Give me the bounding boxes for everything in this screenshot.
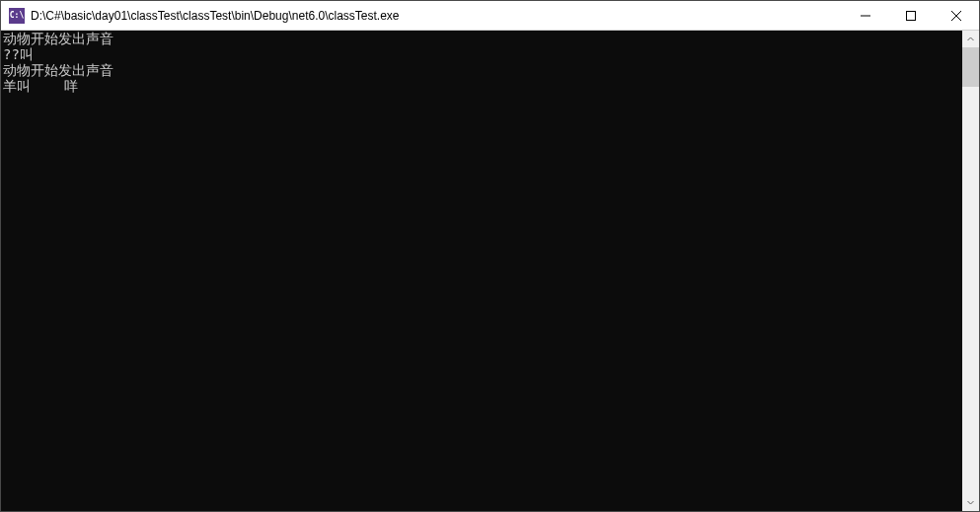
scroll-up-button[interactable]	[962, 31, 979, 47]
maximize-icon	[906, 11, 916, 21]
console-line: 羊叫 咩	[3, 78, 960, 94]
scroll-track[interactable]	[962, 47, 979, 494]
minimize-button[interactable]	[843, 1, 888, 30]
console-output[interactable]: 动物开始发出声音??叫动物开始发出声音羊叫 咩	[1, 31, 962, 511]
vertical-scrollbar[interactable]	[962, 31, 979, 511]
minimize-icon	[861, 11, 870, 21]
chevron-down-icon	[967, 499, 974, 506]
maximize-button[interactable]	[888, 1, 934, 30]
chevron-up-icon	[967, 36, 974, 42]
app-icon: C:\	[9, 8, 25, 24]
console-area: 动物开始发出声音??叫动物开始发出声音羊叫 咩	[1, 31, 979, 511]
titlebar[interactable]: C:\ D:\C#\basic\day01\classTest\classTes…	[1, 1, 979, 31]
console-line: 动物开始发出声音	[3, 62, 960, 78]
console-line: ??叫	[3, 46, 960, 62]
scroll-thumb[interactable]	[962, 47, 979, 87]
close-icon	[951, 11, 961, 21]
console-window: C:\ D:\C#\basic\day01\classTest\classTes…	[0, 0, 980, 512]
svg-rect-1	[907, 11, 916, 20]
close-button[interactable]	[934, 1, 979, 30]
app-icon-text: C:\	[10, 11, 24, 20]
window-controls	[843, 1, 979, 30]
window-title: D:\C#\basic\day01\classTest\classTest\bi…	[31, 9, 843, 23]
scroll-down-button[interactable]	[962, 494, 979, 511]
console-line: 动物开始发出声音	[3, 31, 960, 46]
